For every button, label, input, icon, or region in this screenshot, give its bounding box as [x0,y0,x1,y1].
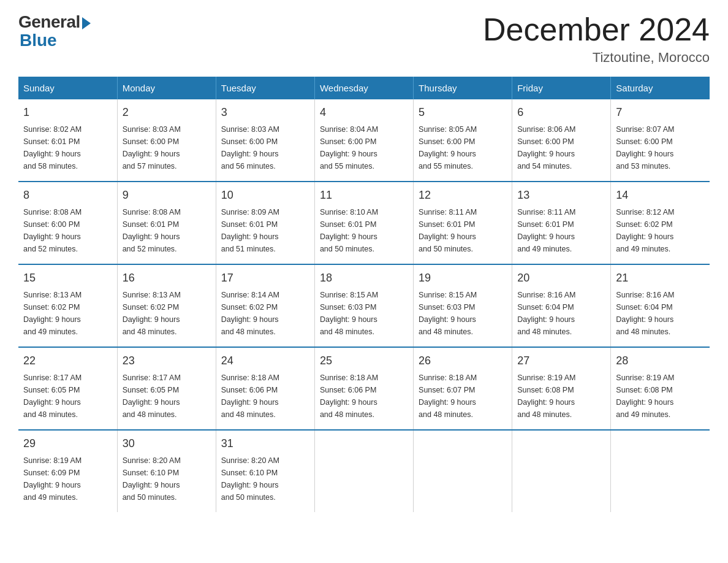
calendar-cell: 24Sunrise: 8:18 AMSunset: 6:06 PMDayligh… [216,347,314,430]
logo-general-text: General [18,12,80,32]
day-info: Sunrise: 8:19 AMSunset: 6:08 PMDaylight:… [517,372,605,421]
day-number: 1 [23,104,112,121]
calendar-cell: 20Sunrise: 8:16 AMSunset: 6:04 PMDayligh… [512,264,611,347]
day-number: 13 [517,187,605,204]
day-info: Sunrise: 8:18 AMSunset: 6:06 PMDaylight:… [320,372,408,421]
day-number: 3 [221,104,309,121]
header-tuesday: Tuesday [216,77,314,99]
calendar-cell: 1Sunrise: 8:02 AMSunset: 6:01 PMDaylight… [18,99,117,182]
location: Tiztoutine, Morocco [483,50,710,66]
month-title: December 2024 [483,12,710,47]
day-number: 24 [221,353,309,369]
header-sunday: Sunday [18,77,117,99]
calendar-cell: 27Sunrise: 8:19 AMSunset: 6:08 PMDayligh… [512,347,611,430]
day-info: Sunrise: 8:14 AMSunset: 6:02 PMDaylight:… [221,289,309,338]
day-info: Sunrise: 8:11 AMSunset: 6:01 PMDaylight:… [419,206,507,255]
day-info: Sunrise: 8:18 AMSunset: 6:07 PMDaylight:… [419,372,507,421]
calendar-cell: 23Sunrise: 8:17 AMSunset: 6:05 PMDayligh… [117,347,216,430]
day-info: Sunrise: 8:13 AMSunset: 6:02 PMDaylight:… [23,289,112,338]
calendar-cell: 12Sunrise: 8:11 AMSunset: 6:01 PMDayligh… [414,182,512,264]
day-info: Sunrise: 8:04 AMSunset: 6:00 PMDaylight:… [320,123,408,172]
day-info: Sunrise: 8:13 AMSunset: 6:02 PMDaylight:… [123,289,211,338]
calendar-cell: 6Sunrise: 8:06 AMSunset: 6:00 PMDaylight… [512,99,611,182]
calendar-cell [414,430,512,512]
day-info: Sunrise: 8:16 AMSunset: 6:04 PMDaylight:… [517,289,605,338]
calendar-cell: 3Sunrise: 8:03 AMSunset: 6:00 PMDaylight… [216,99,314,182]
day-info: Sunrise: 8:11 AMSunset: 6:01 PMDaylight:… [517,206,605,255]
calendar-cell: 8Sunrise: 8:08 AMSunset: 6:00 PMDaylight… [18,182,117,264]
calendar-cell: 17Sunrise: 8:14 AMSunset: 6:02 PMDayligh… [216,264,314,347]
calendar-body: 1Sunrise: 8:02 AMSunset: 6:01 PMDaylight… [18,99,710,512]
day-number: 14 [616,187,705,204]
calendar-cell: 10Sunrise: 8:09 AMSunset: 6:01 PMDayligh… [216,182,314,264]
day-number: 10 [221,187,309,204]
calendar-cell: 13Sunrise: 8:11 AMSunset: 6:01 PMDayligh… [512,182,611,264]
day-number: 20 [517,270,605,286]
header-wednesday: Wednesday [314,77,413,99]
day-number: 22 [23,353,112,369]
calendar-header: Sunday Monday Tuesday Wednesday Thursday… [18,77,710,99]
day-info: Sunrise: 8:15 AMSunset: 6:03 PMDaylight:… [419,289,507,338]
day-number: 19 [419,270,507,286]
page-header: General Blue December 2024 Tiztoutine, M… [18,12,710,66]
day-number: 17 [221,270,309,286]
day-info: Sunrise: 8:10 AMSunset: 6:01 PMDaylight:… [320,206,408,255]
calendar-cell [314,430,413,512]
calendar-cell: 21Sunrise: 8:16 AMSunset: 6:04 PMDayligh… [611,264,710,347]
calendar-cell: 2Sunrise: 8:03 AMSunset: 6:00 PMDaylight… [117,99,216,182]
day-info: Sunrise: 8:06 AMSunset: 6:00 PMDaylight:… [517,123,605,172]
day-number: 23 [123,353,211,369]
day-info: Sunrise: 8:16 AMSunset: 6:04 PMDaylight:… [616,289,705,338]
day-info: Sunrise: 8:03 AMSunset: 6:00 PMDaylight:… [221,123,309,172]
day-info: Sunrise: 8:03 AMSunset: 6:00 PMDaylight:… [123,123,211,172]
day-info: Sunrise: 8:12 AMSunset: 6:02 PMDaylight:… [616,206,705,255]
day-info: Sunrise: 8:17 AMSunset: 6:05 PMDaylight:… [23,372,112,421]
calendar-table: Sunday Monday Tuesday Wednesday Thursday… [18,77,710,512]
calendar-cell: 30Sunrise: 8:20 AMSunset: 6:10 PMDayligh… [117,430,216,512]
day-info: Sunrise: 8:19 AMSunset: 6:09 PMDaylight:… [23,454,112,504]
day-info: Sunrise: 8:09 AMSunset: 6:01 PMDaylight:… [221,206,309,255]
day-info: Sunrise: 8:18 AMSunset: 6:06 PMDaylight:… [221,372,309,421]
header-friday: Friday [512,77,611,99]
day-info: Sunrise: 8:05 AMSunset: 6:00 PMDaylight:… [419,123,507,172]
calendar-cell: 11Sunrise: 8:10 AMSunset: 6:01 PMDayligh… [314,182,413,264]
day-number: 8 [23,187,112,204]
header-saturday: Saturday [611,77,710,99]
day-number: 31 [221,435,309,452]
day-number: 27 [517,353,605,369]
day-info: Sunrise: 8:17 AMSunset: 6:05 PMDaylight:… [123,372,211,421]
calendar-cell: 19Sunrise: 8:15 AMSunset: 6:03 PMDayligh… [414,264,512,347]
day-number: 12 [419,187,507,204]
day-number: 18 [320,270,408,286]
day-number: 26 [419,353,507,369]
calendar-cell: 25Sunrise: 8:18 AMSunset: 6:06 PMDayligh… [314,347,413,430]
day-number: 5 [419,104,507,121]
header-monday: Monday [117,77,216,99]
logo-blue-text: Blue [20,31,57,50]
calendar-cell: 7Sunrise: 8:07 AMSunset: 6:00 PMDaylight… [611,99,710,182]
calendar-cell [611,430,710,512]
day-number: 29 [23,435,112,452]
calendar-cell: 14Sunrise: 8:12 AMSunset: 6:02 PMDayligh… [611,182,710,264]
day-number: 7 [616,104,705,121]
calendar-cell: 15Sunrise: 8:13 AMSunset: 6:02 PMDayligh… [18,264,117,347]
calendar-cell: 18Sunrise: 8:15 AMSunset: 6:03 PMDayligh… [314,264,413,347]
day-number: 2 [123,104,211,121]
logo-arrow-icon [82,17,91,29]
day-info: Sunrise: 8:07 AMSunset: 6:00 PMDaylight:… [616,123,705,172]
day-info: Sunrise: 8:20 AMSunset: 6:10 PMDaylight:… [221,454,309,504]
day-number: 21 [616,270,705,286]
calendar-cell: 28Sunrise: 8:19 AMSunset: 6:08 PMDayligh… [611,347,710,430]
day-number: 16 [123,270,211,286]
logo: General Blue [18,12,91,50]
day-number: 25 [320,353,408,369]
day-info: Sunrise: 8:15 AMSunset: 6:03 PMDaylight:… [320,289,408,338]
calendar-cell: 22Sunrise: 8:17 AMSunset: 6:05 PMDayligh… [18,347,117,430]
calendar-cell: 4Sunrise: 8:04 AMSunset: 6:00 PMDaylight… [314,99,413,182]
calendar-cell: 29Sunrise: 8:19 AMSunset: 6:09 PMDayligh… [18,430,117,512]
day-info: Sunrise: 8:19 AMSunset: 6:08 PMDaylight:… [616,372,705,421]
title-block: December 2024 Tiztoutine, Morocco [483,12,710,66]
header-thursday: Thursday [414,77,512,99]
day-number: 15 [23,270,112,286]
calendar-cell: 26Sunrise: 8:18 AMSunset: 6:07 PMDayligh… [414,347,512,430]
